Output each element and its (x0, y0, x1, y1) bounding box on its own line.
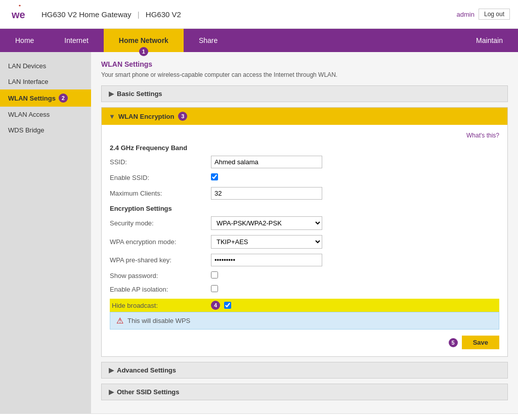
sidebar-item-wlan-settings[interactable]: WLAN Settings 2 (0, 89, 91, 107)
nav-home[interactable]: Home (0, 29, 49, 52)
advanced-settings-accordion: ▶ Advanced Settings (101, 362, 508, 379)
basic-settings-accordion: ▶ Basic Settings (101, 85, 508, 102)
max-clients-label: Maximum Clients: (110, 190, 211, 197)
logout-button[interactable]: Log out (479, 9, 510, 20)
sidebar: LAN Devices LAN Interface WLAN Settings … (0, 52, 91, 413)
nav-internet[interactable]: Internet (49, 29, 103, 52)
preshared-key-label: WPA pre-shared key: (110, 256, 211, 264)
ssid-label: SSID: (110, 158, 211, 166)
frequency-band-heading: 2.4 GHz Frequency Band (110, 144, 499, 152)
nav-maintain[interactable]: Maintain (461, 29, 518, 52)
save-button[interactable]: Save (462, 336, 499, 349)
sidebar-item-lan-devices[interactable]: LAN Devices (0, 58, 91, 74)
wlan-encryption-badge: 3 (178, 112, 187, 121)
hide-broadcast-label: Hide broadcast: (110, 302, 211, 309)
show-password-checkbox[interactable] (211, 271, 218, 278)
hide-broadcast-row: Hide broadcast: 4 (110, 299, 499, 312)
other-ssid-header[interactable]: ▶ Other SSID Settings (102, 384, 507, 400)
advanced-settings-arrow: ▶ (109, 366, 114, 374)
sidebar-item-wlan-access[interactable]: WLAN Access (0, 107, 91, 122)
wlan-encryption-accordion: ▼ WLAN Encryption 3 What's this? 2.4 GHz… (101, 107, 508, 357)
save-row: 5 Save (110, 336, 499, 349)
header-title: HG630 V2 Home Gateway | HG630 V2 (41, 10, 181, 19)
nav-home-network-badge: 1 (139, 47, 148, 56)
ssid-input[interactable] (211, 156, 322, 168)
show-password-label: Show password: (110, 272, 211, 279)
warning-box: ⚠ This will disable WPS (110, 312, 499, 330)
wpa-encryption-row: WPA encryption mode: AES TKIP TKIP+AES (110, 235, 499, 249)
nav-home-network[interactable]: Home Network 1 (104, 29, 184, 52)
page-desc: Your smart phone or wireless-capable com… (101, 71, 508, 78)
main-navbar: Home Internet Home Network 1 Share Maint… (0, 29, 518, 52)
encryption-settings-heading: Encryption Settings (110, 205, 499, 212)
max-clients-input[interactable] (211, 187, 322, 200)
wpa-encryption-select[interactable]: AES TKIP TKIP+AES (211, 235, 322, 249)
sidebar-item-wds-bridge[interactable]: WDS Bridge (0, 122, 91, 138)
basic-settings-arrow: ▶ (109, 90, 114, 98)
enable-ap-row: Enable AP isolation: (110, 285, 499, 294)
advanced-settings-header[interactable]: ▶ Advanced Settings (102, 362, 507, 378)
svg-text:we: we (11, 9, 25, 20)
wlan-encryption-body: What's this? 2.4 GHz Frequency Band SSID… (102, 125, 507, 356)
wpa-encryption-label: WPA encryption mode: (110, 238, 211, 246)
wlan-encryption-arrow: ▼ (109, 113, 115, 120)
warning-icon: ⚠ (116, 316, 123, 325)
preshared-key-input[interactable] (211, 254, 322, 266)
show-password-row: Show password: (110, 271, 499, 280)
enable-ssid-checkbox[interactable] (211, 173, 218, 180)
hide-broadcast-badge: 4 (211, 301, 220, 310)
hide-broadcast-checkbox[interactable] (224, 302, 231, 309)
security-mode-row: Security mode: None WEP WPA-PSK WPA2-PSK… (110, 216, 499, 230)
enable-ap-checkbox[interactable] (211, 285, 218, 292)
enable-ssid-row: Enable SSID: (110, 173, 499, 182)
sidebar-item-lan-interface[interactable]: LAN Interface (0, 74, 91, 89)
nav-share[interactable]: Share (184, 29, 233, 52)
other-ssid-arrow: ▶ (109, 388, 114, 396)
logo: we (8, 4, 33, 24)
enable-ap-label: Enable AP isolation: (110, 286, 211, 293)
whats-this-link[interactable]: What's this? (110, 132, 499, 139)
footer: Copyright © Huawei Technologies Co., Ltd… (0, 413, 518, 420)
security-mode-label: Security mode: (110, 219, 211, 227)
sidebar-wlan-badge: 2 (59, 94, 68, 103)
save-badge: 5 (449, 338, 458, 347)
admin-label: admin (457, 11, 474, 18)
page-title: WLAN Settings (101, 60, 508, 68)
wlan-encryption-header[interactable]: ▼ WLAN Encryption 3 (102, 108, 507, 125)
ssid-row: SSID: (110, 156, 499, 168)
other-ssid-accordion: ▶ Other SSID Settings (101, 384, 508, 400)
preshared-key-row: WPA pre-shared key: (110, 254, 499, 266)
warning-text: This will disable WPS (127, 317, 190, 324)
max-clients-row: Maximum Clients: (110, 187, 499, 200)
enable-ssid-label: Enable SSID: (110, 174, 211, 181)
security-mode-select[interactable]: None WEP WPA-PSK WPA2-PSK WPA-PSK/WPA2-P… (211, 216, 322, 230)
basic-settings-header[interactable]: ▶ Basic Settings (102, 86, 507, 102)
